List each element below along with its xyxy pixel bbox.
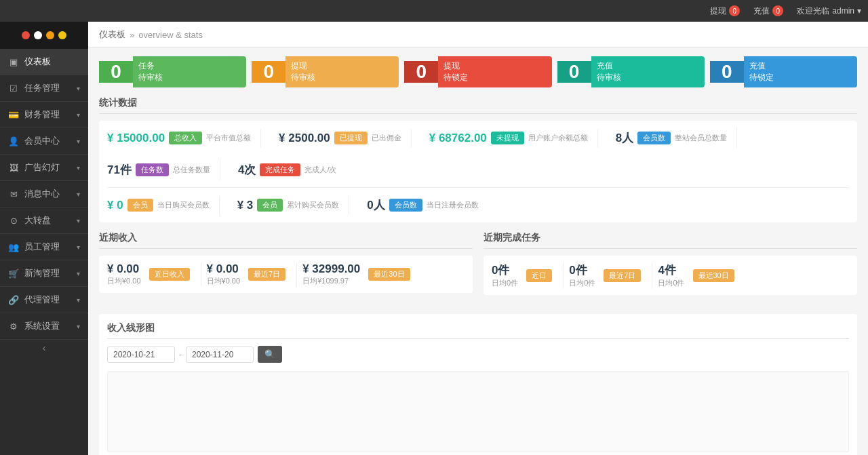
stat-badge: 会员数 [637,132,671,144]
card-line1: 提现 [443,60,546,72]
finance-icon: 💳 [8,109,19,120]
status-card-recharge-locked[interactable]: 0 充值 待锁定 [710,56,857,87]
task-val: 4件 [658,262,684,278]
sidebar-item-new-purchase[interactable]: 🛒 新淘管理 ▾ [0,260,88,287]
status-card-withdraw-pending[interactable]: 0 提现 待审核 [252,56,399,87]
status-card-label: 充值 待审核 [591,56,705,87]
status-card-num: 0 [557,61,591,83]
card-line1: 任务 [138,60,241,72]
sidebar-item-system-settings[interactable]: ⚙ 系统设置 ▾ [0,313,88,340]
card-line2: 待审核 [138,72,241,83]
admin-name: admin [832,6,854,16]
stat-value: ¥ 68762.00 [429,132,487,145]
stat-sub: 已出佣金 [372,133,401,143]
stat-value: 8人 [616,130,633,146]
date-from-input[interactable] [107,347,175,363]
income-val: ¥ 0.00 [207,262,241,276]
status-card-label: 提现 待审核 [285,56,399,87]
status-card-label: 提现 待锁定 [438,56,551,87]
sidebar-logo [0,22,88,49]
withdraw-label: 提现 [710,5,726,17]
stat-task-count: 71件 任务数 总任务数量 [107,159,220,180]
income-row: ¥ 0.00 日均¥0.00 近日收入 ¥ 0.00 日均¥0.00 [99,256,473,293]
card-line1: 提现 [291,60,393,72]
stat-total-buyers: ¥ 3 会员 累计购买会员数 [237,196,350,215]
task-7d: 0件 日均0件 最近7日 [569,262,652,288]
income-sub: 日均¥0.00 [107,276,141,286]
sidebar-item-task-mgmt[interactable]: ☑ 任务管理 ▾ [0,75,88,102]
sidebar-label-finance-mgmt: 财务管理 [24,108,60,121]
chart-search-button[interactable]: 🔍 [258,346,282,363]
stat-badge: 未提现 [491,132,524,144]
recharge-label: 充值 [753,5,770,17]
income-val: ¥ 0.00 [107,262,141,276]
logo-dot-red [22,31,30,39]
agent-icon: 🔗 [8,294,19,305]
welcome-text: 欢迎光临 [797,5,829,17]
date-to-input[interactable] [186,347,254,363]
task-sub: 日均0件 [569,278,595,288]
sidebar-item-ad-light[interactable]: 🖼 广告幻灯 ▾ [0,155,88,181]
topbar: 提现 0 充值 0 欢迎光临 admin ▾ [0,0,868,22]
sidebar-item-message-center[interactable]: ✉ 消息中心 ▾ [0,181,88,207]
stat-badge: 会员 [257,199,283,212]
status-card-withdraw-locked[interactable]: 0 提现 待锁定 [404,56,551,87]
stat-sub: 累计购买会员数 [287,200,339,210]
wheel-icon: ⊙ [8,215,19,226]
task-section: 近期完成任务 0件 日均0件 近日 [484,232,857,304]
purchase-icon: 🛒 [8,268,19,279]
income-7d: ¥ 0.00 日均¥0.00 最近7日 [207,262,298,286]
chevron-icon: ▾ [77,191,80,198]
sidebar-item-member-center[interactable]: 👤 会员中心 ▾ [0,128,88,155]
employee-icon: 👥 [8,241,19,252]
status-card-num: 0 [252,61,285,83]
main-content: 仪表板 » overview & stats 0 任务 待审核 0 提现 [88,22,868,455]
sidebar-item-finance-mgmt[interactable]: 💳 财务管理 ▾ [0,102,88,128]
stat-today-reg: 0人 会员数 当日注册会员数 [367,195,488,216]
settings-icon: ⚙ [8,321,19,332]
stat-value: ¥ 0 [107,199,123,212]
task-badge: 最近30日 [693,269,734,282]
stats-title: 统计数据 [99,97,857,114]
task-icon: ☑ [8,83,19,94]
withdraw-btn[interactable]: 提现 0 [710,5,740,17]
sidebar-collapse-btn[interactable]: ‹ [0,340,88,356]
chart-area [107,371,849,452]
stat-value: 71件 [107,162,132,178]
logo-dot-yellow [58,31,66,39]
stat-platform-total: ¥ 15000.00 总收入 平台市值总额 [107,129,261,148]
chevron-icon: ▾ [77,323,80,330]
card-line1: 充值 [749,60,852,72]
member-icon: 👤 [8,136,19,146]
stat-value: 0人 [367,197,384,213]
chevron-icon: ▾ [77,111,80,119]
stat-badge: 会员 [127,199,153,212]
stat-badge: 已提现 [334,132,368,144]
stat-badge: 总收入 [169,132,202,144]
recharge-badge: 0 [772,5,783,16]
stat-value: ¥ 3 [237,199,254,212]
card-line2: 待锁定 [749,72,852,83]
task-items: 0件 日均0件 近日 0件 日均0件 最近7日 [492,262,849,288]
stat-member-count: 8人 会员数 整站会员总数量 [616,127,737,149]
stat-sub: 当日注册会员数 [427,200,479,210]
status-card-label: 充值 待锁定 [744,56,857,87]
chevron-icon: ▾ [77,243,80,251]
income-30d: ¥ 32999.00 日均¥1099.97 最近30日 [302,262,420,286]
stats-container: ¥ 15000.00 总收入 平台市值总额 ¥ 2500.00 已提现 已出佣金… [99,121,857,222]
status-card-task-pending[interactable]: 0 任务 待审核 [99,56,246,87]
logo-dot-white [34,31,42,39]
message-icon: ✉ [8,189,19,199]
recharge-btn[interactable]: 充值 0 [753,5,783,17]
sidebar-item-dashboard[interactable]: ▣ 仪表板 [0,49,88,75]
sidebar-item-big-wheel[interactable]: ⊙ 大转盘 ▾ [0,207,88,234]
breadcrumb-home: 仪表板 [99,28,125,41]
status-card-label: 任务 待审核 [133,56,246,87]
sidebar-item-employee-mgmt[interactable]: 👥 员工管理 ▾ [0,234,88,260]
sidebar-item-agent-mgmt[interactable]: 🔗 代理管理 ▾ [0,287,88,313]
status-card-recharge-pending[interactable]: 0 充值 待审核 [557,56,705,87]
stat-sub: 平台市值总额 [206,133,251,143]
income-badge: 最近30日 [368,268,410,281]
card-line2: 待锁定 [443,72,546,83]
income-sub: 日均¥1099.97 [302,276,360,286]
